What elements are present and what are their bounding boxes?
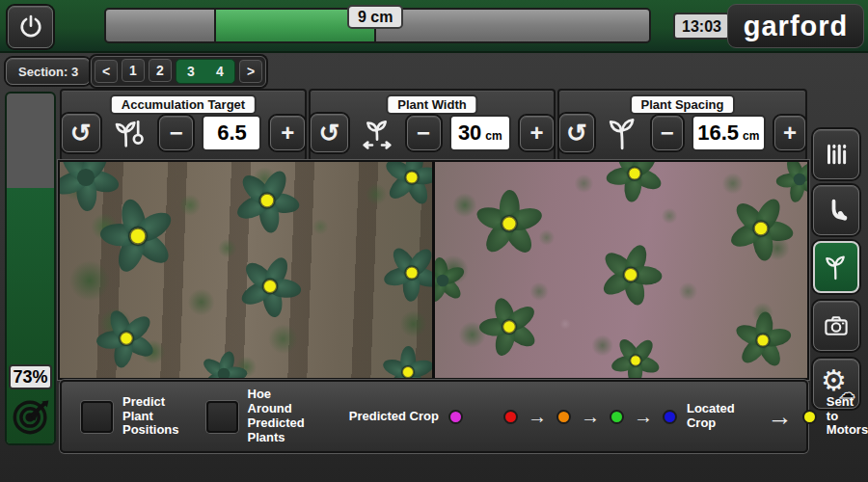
decrement-button[interactable]: −: [407, 116, 441, 150]
clock: 13:03: [673, 13, 730, 40]
power-button[interactable]: [8, 6, 53, 48]
plant-width-icon: [357, 113, 398, 153]
pager-pages: 1234: [122, 59, 235, 84]
detected-plant-marker: [502, 216, 517, 231]
decrement-button[interactable]: −: [159, 116, 194, 150]
checkbox-label: Hoe Around Predicted Plants: [248, 388, 305, 445]
plant-width-panel: Plant Width ↺ − 30cm +: [309, 89, 556, 162]
stage-dot-green: [610, 410, 624, 424]
camera-icon: [822, 310, 851, 341]
garford-hoe-ui: 9 cm 13:03 garford Section: 3 < 1234 > A…: [0, 0, 868, 482]
predict-plant-positions-checkbox[interactable]: [81, 401, 113, 433]
pager-page-button-2[interactable]: 2: [149, 59, 172, 82]
panel-title: Plant Width: [386, 94, 477, 115]
plant-icon: [821, 252, 852, 282]
panel-title: Accumulation Target: [110, 94, 257, 115]
plant-core: [218, 367, 231, 378]
toolbar-plant-button[interactable]: [813, 241, 859, 293]
undo-button[interactable]: ↺: [559, 114, 594, 152]
plant-spacing-icon: [603, 113, 643, 153]
pager-active-group: 34: [176, 59, 235, 84]
hoe-icon: [822, 195, 851, 226]
sent-to-motors-dot: [802, 410, 817, 424]
accumulation-target-icon: [109, 113, 150, 153]
accumulation-target-value[interactable]: 6.5: [202, 115, 261, 151]
plant-core: [77, 169, 95, 186]
toolbar-tines-button[interactable]: [813, 129, 859, 179]
accumulation-gauge: 73%: [5, 92, 56, 445]
top-status-bar: 9 cm 13:03 garford: [0, 0, 868, 53]
predicted-crop-dot: [448, 410, 463, 424]
detected-plant-marker: [402, 366, 414, 378]
target-dart-icon[interactable]: [10, 395, 52, 438]
predicted-crop-label: Predicted Crop: [349, 410, 439, 424]
plant-width-value[interactable]: 30cm: [449, 115, 511, 151]
located-crop-label: Located Crop: [687, 402, 735, 431]
right-camera-feed: [432, 162, 807, 378]
toolbar-camera-button[interactable]: [813, 301, 859, 351]
stage-dot-blue: [663, 410, 677, 424]
left-camera-feed: [60, 162, 432, 378]
plant-core: [436, 275, 448, 287]
stage-dot-red: [503, 410, 518, 424]
stage-dot-orange: [556, 410, 571, 424]
arrow-icon: →: [768, 404, 793, 429]
section-button[interactable]: Section: 3: [6, 58, 91, 85]
detected-plant-marker: [631, 355, 641, 365]
panel-title: Plant Spacing: [630, 94, 736, 115]
tines-icon: [822, 139, 851, 170]
detected-plant-marker: [623, 268, 637, 281]
pager-prev-button[interactable]: <: [95, 60, 118, 83]
arrow-icon: →: [528, 407, 547, 426]
sent-to-motors-label: Sent to Motors: [827, 395, 868, 439]
detected-plant-marker: [502, 320, 516, 334]
undo-button[interactable]: ↺: [62, 114, 100, 152]
toolbar-hoe-button[interactable]: [813, 185, 859, 235]
brand-logo: garford: [727, 4, 864, 48]
decrement-button[interactable]: −: [652, 116, 683, 150]
section-pager: < 1234 >: [91, 56, 266, 87]
pager-next-button[interactable]: >: [239, 60, 262, 83]
plant-spacing-value[interactable]: 16.5cm: [692, 115, 766, 151]
pager-page-button-4[interactable]: 4: [207, 60, 232, 83]
arrow-icon: →: [634, 407, 653, 426]
detected-plant-marker: [260, 193, 275, 207]
power-icon: [16, 13, 45, 41]
pager-page-button-1[interactable]: 1: [122, 59, 145, 82]
arrow-icon: →: [581, 407, 600, 426]
hoe-around-predicted-plants-checkbox[interactable]: [206, 401, 238, 433]
gauge-percent-label: 73%: [9, 364, 52, 389]
offset-value-label: 9 cm: [347, 5, 403, 29]
brand-text: garford: [744, 11, 849, 42]
increment-button[interactable]: +: [520, 116, 554, 150]
detected-plant-marker: [628, 168, 640, 180]
accumulation-target-panel: Accumulation Target ↺ − 6.5 +: [60, 89, 307, 162]
plant-spacing-panel: Plant Spacing ↺ − 16.5cm +: [557, 89, 807, 162]
camera-feeds: [58, 160, 809, 380]
increment-button[interactable]: +: [774, 116, 805, 150]
undo-button[interactable]: ↺: [311, 114, 348, 152]
legend-bar: Predict Plant Positions Hoe Around Predi…: [60, 380, 808, 453]
pager-page-button-3[interactable]: 3: [178, 60, 203, 83]
checkbox-label: Predict Plant Positions: [122, 395, 179, 439]
increment-button[interactable]: +: [270, 116, 305, 150]
